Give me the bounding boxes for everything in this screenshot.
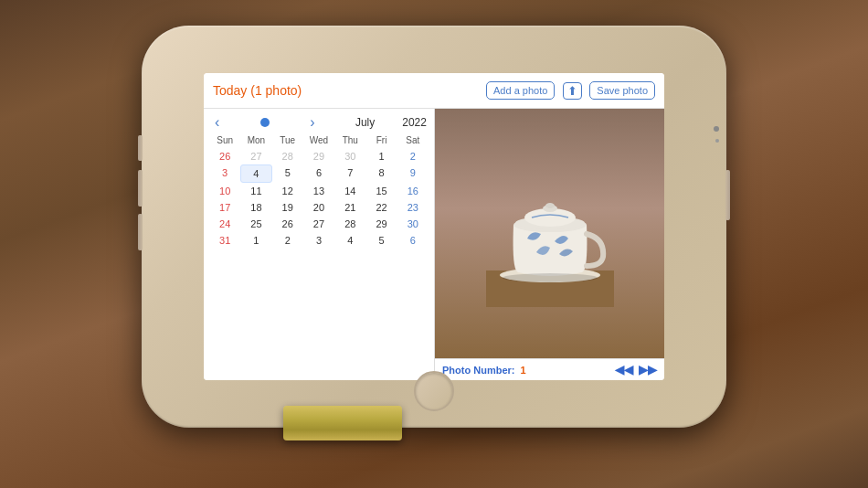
scene: Today (1 photo) Add a photo ⬆ Save photo (0, 0, 868, 488)
calendar-nav: ‹ › July 2022 (209, 112, 429, 134)
calendar: ‹ › July 2022 SunMonTueWe (204, 109, 434, 380)
phone-screen: Today (1 photo) Add a photo ⬆ Save photo (204, 73, 664, 380)
calendar-cell[interactable]: 22 (365, 199, 397, 216)
main-area: ‹ › July 2022 SunMonTueWe (204, 109, 664, 380)
add-photo-button[interactable]: Add a photo (486, 81, 555, 100)
calendar-cell[interactable]: 6 (397, 232, 429, 249)
calendar-cell[interactable]: 2 (272, 232, 303, 249)
day-name-fri: Fri (365, 134, 397, 146)
calendar-cell[interactable]: 5 (365, 232, 397, 249)
day-name-sat: Sat (397, 134, 429, 146)
rewind-button[interactable]: ◀◀ (615, 363, 633, 377)
calendar-cell[interactable]: 15 (365, 183, 397, 199)
today-dot (260, 118, 270, 127)
save-photo-button[interactable]: Save photo (589, 81, 655, 100)
home-button[interactable] (414, 371, 454, 411)
photo-bottom-bar: Photo Number: 1 ◀◀ ▶▶ (435, 358, 664, 380)
calendar-cell[interactable]: 12 (272, 183, 303, 199)
app-content: Today (1 photo) Add a photo ⬆ Save photo (204, 73, 664, 380)
day-name-sun: Sun (209, 134, 240, 146)
calendar-cell[interactable]: 9 (397, 164, 429, 183)
phone-body: Today (1 photo) Add a photo ⬆ Save photo (142, 26, 726, 428)
power-button[interactable] (725, 170, 730, 220)
calendar-cell[interactable]: 23 (397, 199, 429, 216)
calendar-cell[interactable]: 8 (365, 164, 397, 183)
calendar-cell[interactable]: 7 (334, 164, 365, 183)
today-title: Today (1 photo) (213, 83, 302, 98)
day-name-mon: Mon (240, 134, 271, 146)
calendar-cell[interactable]: 28 (334, 216, 365, 232)
calendar-cell[interactable]: 25 (240, 216, 271, 232)
calendar-cell[interactable]: 13 (303, 183, 334, 199)
day-name-thu: Thu (334, 134, 365, 146)
calendar-cell[interactable]: 28 (272, 148, 303, 164)
camera-dot-small (715, 139, 719, 143)
calendar-cell[interactable]: 29 (365, 216, 397, 232)
year-label: 2022 (402, 116, 427, 129)
calendar-cell[interactable]: 30 (334, 148, 365, 164)
calendar-cell[interactable]: 16 (397, 183, 429, 199)
calendar-cell[interactable]: 26 (272, 216, 303, 232)
share-icon: ⬆ (563, 82, 582, 100)
calendar-cell[interactable]: 5 (272, 164, 303, 183)
calendar-cell[interactable]: 20 (303, 199, 334, 216)
calendar-cell[interactable]: 18 (240, 199, 271, 216)
top-bar: Today (1 photo) Add a photo ⬆ Save photo (204, 73, 664, 109)
calendar-cell[interactable]: 3 (303, 232, 334, 249)
calendar-cell[interactable]: 1 (365, 148, 397, 164)
share-button[interactable]: ⬆ (560, 79, 584, 102)
calendar-cell[interactable]: 30 (397, 216, 429, 232)
calendar-cell[interactable]: 27 (240, 148, 271, 164)
calendar-cell[interactable]: 11 (240, 183, 271, 199)
calendar-cell[interactable]: 17 (209, 199, 240, 216)
calendar-cell[interactable]: 1 (240, 232, 271, 249)
calendar-cell[interactable]: 14 (334, 183, 365, 199)
calendar-cell[interactable]: 24 (209, 216, 240, 232)
calendar-grid: 2627282930123456789101112131415161718192… (209, 148, 429, 249)
calendar-cell[interactable]: 31 (209, 232, 240, 249)
photo-number-label: Photo Number: (442, 365, 514, 376)
photo-display (435, 109, 664, 358)
volume-down-button-1[interactable] (138, 170, 143, 207)
volume-down-button-2[interactable] (138, 214, 143, 250)
calendar-cell[interactable]: 27 (303, 216, 334, 232)
svg-point-6 (545, 203, 555, 208)
calendar-cell[interactable]: 21 (334, 199, 365, 216)
tea-cup-image (435, 109, 664, 358)
calendar-cell[interactable]: 2 (397, 148, 429, 164)
calendar-cell[interactable]: 10 (209, 183, 240, 199)
photo-number-value: 1 (520, 365, 525, 376)
tea-cup-svg (486, 161, 614, 307)
day-name-tue: Tue (272, 134, 303, 146)
calendar-cell[interactable]: 26 (209, 148, 240, 164)
calendar-cell[interactable]: 4 (334, 232, 365, 249)
camera-dot (714, 126, 719, 132)
calendar-cell[interactable]: 4 (240, 164, 271, 183)
month-label: July (355, 116, 375, 129)
svg-point-7 (503, 273, 598, 282)
day-names-row: SunMonTueWedThuFriSat (209, 134, 429, 146)
volume-up-button[interactable] (138, 135, 143, 161)
month-year: July 2022 (355, 116, 427, 129)
next-month-button[interactable]: › (306, 114, 318, 131)
prev-month-button[interactable]: ‹ (211, 114, 223, 131)
calendar-cell[interactable]: 6 (303, 164, 334, 183)
calendar-cell[interactable]: 29 (303, 148, 334, 164)
photo-navigation: ◀◀ ▶▶ (615, 363, 657, 377)
calendar-cell[interactable]: 3 (209, 164, 240, 183)
phone-stand (283, 406, 402, 440)
fast-forward-button[interactable]: ▶▶ (639, 363, 657, 377)
calendar-cell[interactable]: 19 (272, 199, 303, 216)
photo-side: Photo Number: 1 ◀◀ ▶▶ (434, 109, 664, 380)
day-name-wed: Wed (303, 134, 334, 146)
